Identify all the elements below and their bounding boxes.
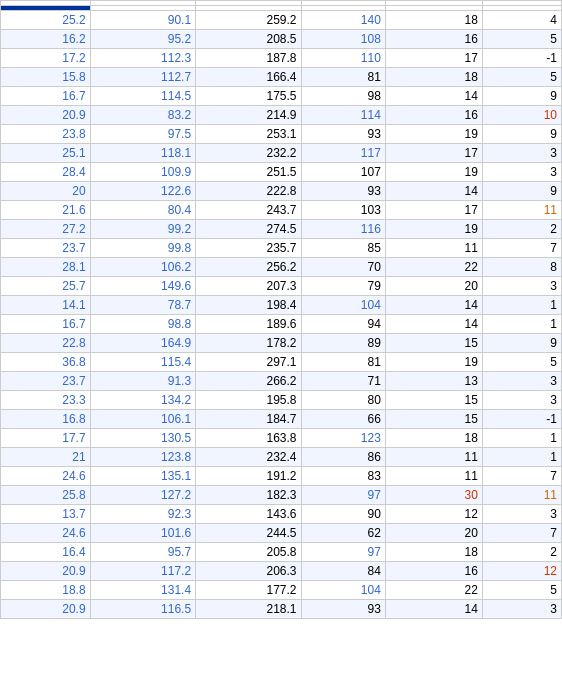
cell-r4-c1: 114.5 (90, 87, 195, 106)
cell-r28-c1: 95.7 (90, 543, 195, 562)
cell-r28-c2: 205.8 (196, 543, 301, 562)
cell-r12-c3: 85 (301, 239, 385, 258)
cell-r26-c0: 13.7 (1, 505, 91, 524)
table-row: 16.8106.1184.76615-1 (1, 410, 562, 429)
table-row: 23.791.3266.271133 (1, 372, 562, 391)
cell-r18-c4: 19 (385, 353, 482, 372)
cell-r25-c3: 97 (301, 486, 385, 505)
cell-r16-c3: 94 (301, 315, 385, 334)
cell-r6-c2: 253.1 (196, 125, 301, 144)
table-row: 20.9116.5218.193143 (1, 600, 562, 619)
cell-r3-c0: 15.8 (1, 68, 91, 87)
cell-r6-c1: 97.5 (90, 125, 195, 144)
cell-r20-c0: 23.3 (1, 391, 91, 410)
cell-r30-c5: 5 (482, 581, 561, 600)
cell-r25-c1: 127.2 (90, 486, 195, 505)
cell-r7-c5: 3 (482, 144, 561, 163)
cell-r20-c2: 195.8 (196, 391, 301, 410)
cell-r0-c0: 25.2 (1, 11, 91, 30)
cell-r26-c2: 143.6 (196, 505, 301, 524)
cell-r15-c0: 14.1 (1, 296, 91, 315)
cell-r31-c1: 116.5 (90, 600, 195, 619)
cell-r19-c0: 23.7 (1, 372, 91, 391)
cell-r8-c2: 251.5 (196, 163, 301, 182)
cell-r0-c5: 4 (482, 11, 561, 30)
cell-r1-c4: 16 (385, 30, 482, 49)
cell-r29-c0: 20.9 (1, 562, 91, 581)
cell-r27-c2: 244.5 (196, 524, 301, 543)
cell-r19-c2: 266.2 (196, 372, 301, 391)
cell-r21-c3: 66 (301, 410, 385, 429)
table-body: 25.290.1259.214018416.295.2208.510816517… (1, 11, 562, 619)
cell-r5-c0: 20.9 (1, 106, 91, 125)
cell-r13-c4: 22 (385, 258, 482, 277)
cell-r26-c1: 92.3 (90, 505, 195, 524)
cell-r12-c0: 23.7 (1, 239, 91, 258)
cell-r7-c2: 232.2 (196, 144, 301, 163)
table-row: 27.299.2274.5116192 (1, 220, 562, 239)
cell-r5-c4: 16 (385, 106, 482, 125)
cell-r28-c0: 16.4 (1, 543, 91, 562)
cell-r5-c3: 114 (301, 106, 385, 125)
cell-r4-c2: 175.5 (196, 87, 301, 106)
table-row: 23.3134.2195.880153 (1, 391, 562, 410)
cell-r18-c5: 5 (482, 353, 561, 372)
cell-r23-c4: 11 (385, 448, 482, 467)
cell-r0-c1: 90.1 (90, 11, 195, 30)
cell-r9-c2: 222.8 (196, 182, 301, 201)
cell-r8-c0: 28.4 (1, 163, 91, 182)
cell-r6-c0: 23.8 (1, 125, 91, 144)
cell-r4-c5: 9 (482, 87, 561, 106)
table-row: 20.9117.2206.3841612 (1, 562, 562, 581)
table-row: 25.1118.1232.2117173 (1, 144, 562, 163)
table-row: 24.6101.6244.562207 (1, 524, 562, 543)
cell-r22-c2: 163.8 (196, 429, 301, 448)
table-row: 18.8131.4177.2104225 (1, 581, 562, 600)
table-row: 23.897.5253.193199 (1, 125, 562, 144)
cell-r16-c1: 98.8 (90, 315, 195, 334)
cell-r10-c5: 11 (482, 201, 561, 220)
cell-r31-c4: 14 (385, 600, 482, 619)
cell-r31-c3: 93 (301, 600, 385, 619)
cell-r22-c5: 1 (482, 429, 561, 448)
cell-r7-c1: 118.1 (90, 144, 195, 163)
table-row: 14.178.7198.4104141 (1, 296, 562, 315)
cell-r11-c2: 274.5 (196, 220, 301, 239)
cell-r5-c5: 10 (482, 106, 561, 125)
cell-r17-c5: 9 (482, 334, 561, 353)
cell-r20-c1: 134.2 (90, 391, 195, 410)
cell-r28-c5: 2 (482, 543, 561, 562)
cell-r28-c3: 97 (301, 543, 385, 562)
table-row: 16.7114.5175.598149 (1, 87, 562, 106)
table-row: 21123.8232.486111 (1, 448, 562, 467)
cell-r19-c4: 13 (385, 372, 482, 391)
table-row: 13.792.3143.690123 (1, 505, 562, 524)
cell-r7-c3: 117 (301, 144, 385, 163)
cell-r2-c2: 187.8 (196, 49, 301, 68)
cell-r1-c1: 95.2 (90, 30, 195, 49)
cell-r29-c3: 84 (301, 562, 385, 581)
cell-r2-c1: 112.3 (90, 49, 195, 68)
cell-r3-c5: 5 (482, 68, 561, 87)
cell-r13-c5: 8 (482, 258, 561, 277)
cell-r28-c4: 18 (385, 543, 482, 562)
cell-r15-c4: 14 (385, 296, 482, 315)
cell-r27-c4: 20 (385, 524, 482, 543)
cell-r1-c2: 208.5 (196, 30, 301, 49)
cell-r25-c0: 25.8 (1, 486, 91, 505)
cell-r24-c3: 83 (301, 467, 385, 486)
cell-r7-c4: 17 (385, 144, 482, 163)
cell-r24-c2: 191.2 (196, 467, 301, 486)
cell-r4-c3: 98 (301, 87, 385, 106)
cell-r16-c5: 1 (482, 315, 561, 334)
cell-r19-c3: 71 (301, 372, 385, 391)
cell-r9-c4: 14 (385, 182, 482, 201)
cell-r2-c4: 17 (385, 49, 482, 68)
cell-r18-c0: 36.8 (1, 353, 91, 372)
cell-r0-c2: 259.2 (196, 11, 301, 30)
cell-r21-c4: 15 (385, 410, 482, 429)
table-row: 28.4109.9251.5107193 (1, 163, 562, 182)
cell-r21-c5: -1 (482, 410, 561, 429)
cell-r8-c4: 19 (385, 163, 482, 182)
cell-r31-c5: 3 (482, 600, 561, 619)
